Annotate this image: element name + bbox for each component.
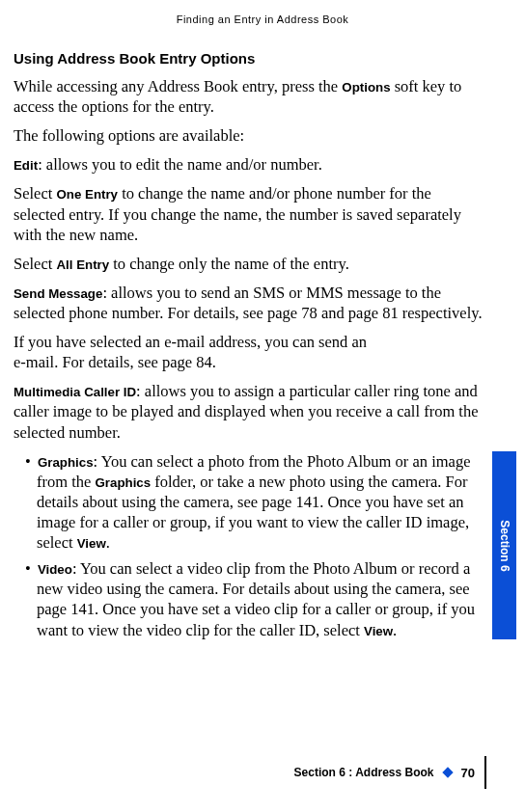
paragraph-send-message: Send Message: allows you to send an SMS … <box>14 283 486 323</box>
bold-graphics: Graphics <box>38 455 94 470</box>
paragraph-available: The following options are available: <box>14 125 486 146</box>
text: . <box>106 533 110 552</box>
text: : You can select a video clip from the P… <box>37 559 475 638</box>
bold-send-message: Send Message <box>14 286 102 301</box>
paragraph-edit: Edit: allows you to edit the name and/or… <box>14 154 486 175</box>
footer-section-label: Section 6 : Address Book <box>294 766 452 779</box>
paragraph-intro: While accessing any Address Book entry, … <box>14 76 486 117</box>
section-tab-label: Section 6 <box>498 520 511 571</box>
running-header: Finding an Entry in Address Book <box>0 14 525 25</box>
text: to change only the name of the entry. <box>109 255 349 273</box>
bold-edit: Edit <box>14 158 38 173</box>
text: e-mail. For details, see page 84. <box>14 353 216 371</box>
bullet-graphics: Graphics: You can select a photo from th… <box>14 451 486 554</box>
footer-text: Section 6 : Address Book <box>294 766 434 779</box>
bold-one-entry: One Entry <box>56 187 118 202</box>
footer-separator <box>484 756 486 789</box>
section-tab: Section 6 <box>492 451 516 639</box>
text: While accessing any Address Book entry, … <box>14 77 342 95</box>
section-heading: Using Address Book Entry Options <box>14 50 486 67</box>
text: . <box>393 621 397 639</box>
paragraph-email-2: e-mail. For details, see page 84. <box>14 352 486 372</box>
text: Select <box>14 184 56 203</box>
bold-view-1: View <box>77 536 106 551</box>
paragraph-multimedia: Multimedia Caller ID: allows you to assi… <box>14 381 486 442</box>
bold-video: Video <box>38 562 72 577</box>
bold-view-2: View <box>364 624 393 638</box>
bullet-video: Video: You can select a video clip from … <box>14 558 486 639</box>
page-footer: Section 6 : Address Book 70 <box>294 756 486 789</box>
paragraph-all-entry: Select All Entry to change only the name… <box>14 254 486 274</box>
paragraph-email: If you have selected an e-mail address, … <box>14 332 486 352</box>
page-content: Using Address Book Entry Options While a… <box>14 50 486 754</box>
paragraph-one-entry: Select One Entry to change the name and/… <box>14 183 486 244</box>
bold-graphics-folder: Graphics <box>95 475 151 490</box>
bold-multimedia: Multimedia Caller ID <box>14 385 136 399</box>
diamond-icon <box>442 767 453 777</box>
page-number: 70 <box>461 766 475 780</box>
text: If you have selected an e-mail address, … <box>14 333 367 351</box>
text: : allows you to edit the name and/or num… <box>38 155 322 174</box>
bold-options: Options <box>342 80 390 95</box>
text: Select <box>14 255 56 273</box>
bold-all-entry: All Entry <box>56 257 109 272</box>
